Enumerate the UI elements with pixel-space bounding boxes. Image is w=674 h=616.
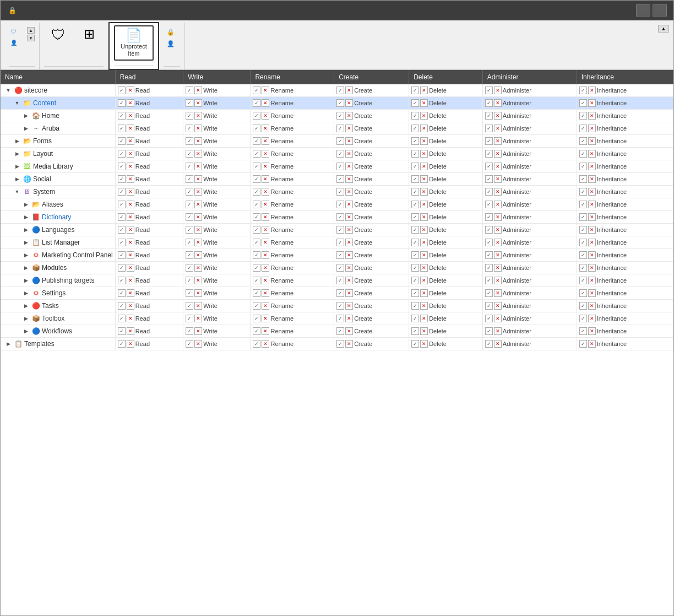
perm-check-deny[interactable] [420, 125, 428, 132]
perm-check-deny[interactable] [494, 137, 502, 145]
perm-check-allow[interactable] [579, 264, 587, 272]
node-label[interactable]: Publishing targets [42, 277, 94, 284]
perm-check-allow[interactable] [186, 277, 193, 284]
perm-check-deny[interactable] [194, 150, 202, 158]
tree-toggle[interactable]: ▶ [22, 112, 30, 120]
perm-check-allow[interactable] [253, 277, 260, 284]
node-label[interactable]: sitecore [24, 87, 47, 94]
perm-check-allow[interactable] [118, 201, 126, 208]
perm-check-deny[interactable] [194, 239, 202, 246]
perm-check-allow[interactable] [411, 99, 419, 107]
perm-check-allow[interactable] [411, 188, 419, 196]
perm-check-deny[interactable] [345, 251, 353, 259]
perm-check-allow[interactable] [579, 125, 587, 132]
perm-check-deny[interactable] [420, 213, 428, 221]
perm-check-allow[interactable] [411, 239, 419, 246]
perm-check-deny[interactable] [194, 340, 202, 348]
assign-button[interactable]: 🛡 [44, 25, 73, 46]
perm-check-allow[interactable] [253, 315, 260, 322]
perm-check-deny[interactable] [127, 175, 134, 183]
perm-check-deny[interactable] [194, 264, 202, 272]
perm-check-deny[interactable] [420, 340, 428, 348]
perm-check-deny[interactable] [345, 87, 353, 94]
perm-check-deny[interactable] [262, 264, 269, 272]
perm-check-allow[interactable] [118, 289, 126, 297]
perm-check-allow[interactable] [186, 150, 193, 158]
perm-check-allow[interactable] [253, 264, 260, 272]
perm-check-allow[interactable] [186, 251, 193, 259]
perm-check-allow[interactable] [485, 315, 493, 322]
perm-check-allow[interactable] [336, 302, 344, 310]
perm-check-allow[interactable] [336, 277, 344, 284]
perm-check-deny[interactable] [194, 201, 202, 208]
perm-check-deny[interactable] [345, 327, 353, 335]
perm-check-deny[interactable] [127, 112, 134, 120]
perm-check-deny[interactable] [262, 213, 269, 221]
perm-check-deny[interactable] [420, 289, 428, 297]
perm-check-deny[interactable] [494, 340, 502, 348]
tree-toggle[interactable]: ▶ [13, 150, 21, 158]
perm-check-deny[interactable] [345, 112, 353, 120]
perm-check-deny[interactable] [494, 201, 502, 208]
perm-check-deny[interactable] [420, 137, 428, 145]
perm-check-allow[interactable] [336, 289, 344, 297]
perm-check-deny[interactable] [194, 213, 202, 221]
node-label[interactable]: Forms [33, 137, 52, 145]
perm-check-deny[interactable] [262, 239, 269, 246]
perm-check-allow[interactable] [485, 340, 493, 348]
perm-check-deny[interactable] [194, 327, 202, 335]
perm-check-deny[interactable] [494, 264, 502, 272]
nav-down-arrow[interactable]: ▼ [27, 35, 35, 41]
perm-check-allow[interactable] [253, 213, 260, 221]
perm-check-allow[interactable] [579, 150, 587, 158]
perm-check-allow[interactable] [336, 188, 344, 196]
perm-check-allow[interactable] [118, 112, 126, 120]
perm-check-deny[interactable] [420, 150, 428, 158]
perm-check-deny[interactable] [345, 289, 353, 297]
perm-check-deny[interactable] [262, 137, 269, 145]
perm-check-allow[interactable] [336, 213, 344, 221]
perm-check-deny[interactable] [127, 277, 134, 284]
perm-check-allow[interactable] [485, 125, 493, 132]
perm-check-deny[interactable] [345, 239, 353, 246]
perm-check-deny[interactable] [420, 226, 428, 234]
perm-check-allow[interactable] [336, 163, 344, 170]
perm-check-deny[interactable] [588, 99, 596, 107]
perm-check-allow[interactable] [118, 315, 126, 322]
perm-check-allow[interactable] [485, 302, 493, 310]
tree-toggle[interactable]: ▶ [22, 327, 30, 335]
perm-check-deny[interactable] [127, 340, 134, 348]
perm-check-allow[interactable] [186, 264, 193, 272]
perm-check-allow[interactable] [118, 150, 126, 158]
perm-check-allow[interactable] [579, 137, 587, 145]
perm-check-deny[interactable] [494, 175, 502, 183]
perm-check-allow[interactable] [118, 302, 126, 310]
tree-toggle[interactable]: ▶ [22, 239, 30, 246]
perm-check-allow[interactable] [579, 188, 587, 196]
node-label[interactable]: Templates [24, 340, 55, 348]
node-label[interactable]: Dictionary [42, 213, 71, 221]
perm-check-allow[interactable] [411, 150, 419, 158]
perm-check-deny[interactable] [345, 188, 353, 196]
node-label[interactable]: Toolbox [42, 315, 64, 322]
perm-check-deny[interactable] [420, 87, 428, 94]
perm-check-deny[interactable] [345, 201, 353, 208]
perm-check-allow[interactable] [485, 201, 493, 208]
perm-check-deny[interactable] [127, 289, 134, 297]
perm-check-deny[interactable] [494, 251, 502, 259]
perm-check-deny[interactable] [588, 112, 596, 120]
tree-toggle[interactable]: ▶ [22, 315, 30, 322]
perm-check-allow[interactable] [579, 251, 587, 259]
node-label[interactable]: Layout [33, 150, 53, 158]
perm-check-allow[interactable] [253, 289, 260, 297]
perm-check-deny[interactable] [194, 175, 202, 183]
perm-check-allow[interactable] [253, 137, 260, 145]
perm-check-deny[interactable] [194, 163, 202, 170]
perm-check-allow[interactable] [118, 188, 126, 196]
minimize-button[interactable] [636, 4, 650, 17]
perm-check-allow[interactable] [118, 340, 126, 348]
perm-check-deny[interactable] [127, 264, 134, 272]
perm-check-allow[interactable] [485, 112, 493, 120]
perm-check-allow[interactable] [253, 150, 260, 158]
perm-check-allow[interactable] [118, 327, 126, 335]
